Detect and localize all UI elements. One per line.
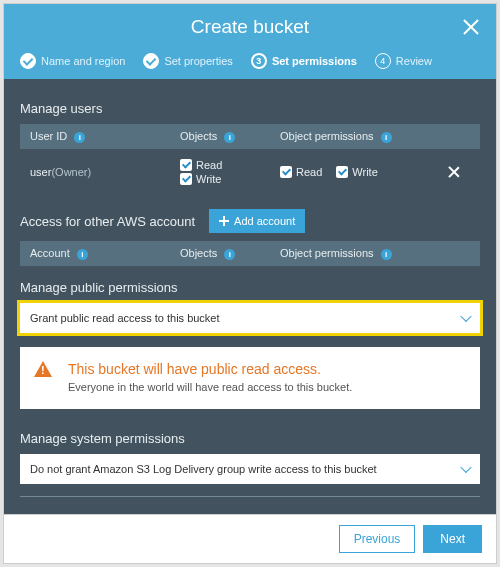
modal-header: Create bucket (4, 4, 496, 49)
col-account: Account (30, 247, 70, 259)
checkbox-label: Read (296, 166, 322, 178)
step-number-icon: 3 (251, 53, 267, 69)
system-permissions-select[interactable]: Do not grant Amazon S3 Log Delivery grou… (20, 454, 480, 484)
info-icon[interactable] (224, 132, 235, 143)
users-table-header: User ID Objects Object permissions (20, 124, 480, 149)
step-set-permissions[interactable]: 3 Set permissions (245, 49, 363, 73)
remove-user-icon[interactable] (446, 164, 462, 180)
col-user-id: User ID (30, 130, 67, 142)
check-icon (20, 53, 36, 69)
chevron-down-icon (460, 311, 471, 322)
accounts-table-header: Account Objects Object permissions (20, 241, 480, 266)
col-objects: Objects (180, 130, 217, 142)
checkbox-label: Write (352, 166, 377, 178)
user-row: user(Owner) Read Write Read (20, 149, 480, 195)
info-icon[interactable] (224, 249, 235, 260)
step-label: Review (396, 55, 432, 67)
public-perms-title: Manage public permissions (20, 280, 480, 295)
owner-suffix: (Owner) (51, 166, 91, 178)
manage-users-title: Manage users (20, 101, 480, 116)
step-label: Name and region (41, 55, 125, 67)
user-name: user (30, 166, 51, 178)
chevron-down-icon (460, 462, 471, 473)
other-account-title: Access for other AWS account (20, 214, 195, 229)
modal-content: Manage users User ID Objects Object perm… (4, 79, 496, 514)
select-value: Grant public read access to this bucket (30, 312, 220, 324)
info-icon[interactable] (77, 249, 88, 260)
plus-icon (219, 216, 229, 226)
next-button[interactable]: Next (423, 525, 482, 553)
button-label: Add account (234, 215, 295, 227)
col-perms: Object permissions (280, 130, 374, 142)
perm-read-checkbox[interactable] (280, 166, 292, 178)
info-icon[interactable] (74, 132, 85, 143)
create-bucket-modal: Create bucket Name and region Set proper… (4, 4, 496, 563)
info-icon[interactable] (381, 249, 392, 260)
modal-title: Create bucket (191, 16, 309, 38)
select-value: Do not grant Amazon S3 Log Delivery grou… (30, 463, 377, 475)
info-icon[interactable] (381, 132, 392, 143)
col-objects: Objects (180, 247, 217, 259)
perm-write-checkbox[interactable] (336, 166, 348, 178)
add-account-button[interactable]: Add account (209, 209, 305, 233)
previous-button[interactable]: Previous (339, 525, 416, 553)
objects-read-checkbox[interactable] (180, 159, 192, 171)
wizard-steps: Name and region Set properties 3 Set per… (4, 49, 496, 79)
public-permissions-select[interactable]: Grant public read access to this bucket (20, 303, 480, 333)
close-icon[interactable] (460, 16, 482, 38)
step-label: Set permissions (272, 55, 357, 67)
step-label: Set properties (164, 55, 232, 67)
check-icon (143, 53, 159, 69)
warning-icon (34, 361, 52, 377)
modal-footer: Previous Next (4, 514, 496, 563)
col-perms: Object permissions (280, 247, 374, 259)
system-perms-title: Manage system permissions (20, 431, 480, 446)
alert-title: This bucket will have public read access… (68, 361, 466, 377)
step-number-icon: 4 (375, 53, 391, 69)
alert-body: Everyone in the world will have read acc… (68, 381, 466, 393)
objects-write-checkbox[interactable] (180, 173, 192, 185)
step-name-region[interactable]: Name and region (14, 49, 131, 73)
separator (20, 496, 480, 497)
step-set-properties[interactable]: Set properties (137, 49, 238, 73)
checkbox-label: Read (196, 159, 222, 171)
checkbox-label: Write (196, 173, 221, 185)
public-access-warning: This bucket will have public read access… (20, 347, 480, 409)
step-review[interactable]: 4 Review (369, 49, 438, 73)
